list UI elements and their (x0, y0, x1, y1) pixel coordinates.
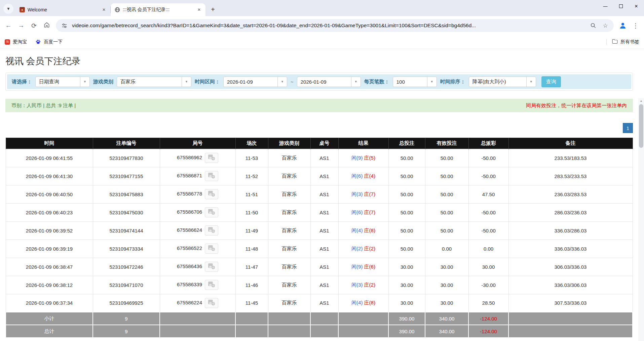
note-cell: 236.03/283.53 (508, 185, 633, 203)
valid-bet-cell: 0.00 (425, 240, 468, 258)
payout-cell: -30.00 (468, 276, 508, 294)
page-scrollbar[interactable]: ▲ (638, 98, 644, 341)
footer-empty-cell (160, 325, 235, 338)
column-header: 游戏类别 (268, 138, 310, 149)
back-button[interactable]: ← (3, 20, 14, 31)
per-page-select[interactable]: 100 ▼ (393, 77, 437, 87)
table-number-cell: AS1 (310, 294, 338, 312)
table-row: 2026-01-09 06:41:55523109477830675586962… (6, 149, 633, 167)
round-number-cell: 675586339 (160, 276, 235, 294)
date-start-select[interactable]: 2026-01-09 ▼ (223, 77, 287, 87)
globe-icon (115, 7, 120, 12)
bookmark-baidu[interactable]: 百度一下 (36, 39, 63, 45)
payout-cell: 0.00 (468, 240, 508, 258)
maximize-button[interactable] (613, 0, 629, 12)
query-type-value: 日期查询 (36, 79, 80, 85)
video-replay-button[interactable] (205, 189, 218, 199)
round-number: 675586224 (177, 300, 202, 305)
video-replay-button[interactable] (205, 298, 218, 308)
video-replay-button[interactable] (205, 280, 218, 290)
video-replay-button[interactable] (205, 153, 218, 163)
date-end-select[interactable]: 2026-01-09 ▼ (297, 77, 361, 87)
video-icon (208, 209, 215, 216)
video-replay-button[interactable] (205, 207, 218, 217)
video-replay-button[interactable] (205, 262, 218, 272)
table-row: 2026-01-09 06:39:52523109474144675586624… (6, 221, 633, 240)
game-kind-cell: 百家乐 (268, 221, 310, 240)
footer-empty-cell (338, 325, 388, 338)
table-row: 2026-01-09 06:40:23523109475030675586706… (6, 203, 633, 221)
game-kind-cell: 百家乐 (268, 203, 310, 221)
result-banker: 庄(5) (363, 155, 375, 161)
video-replay-button[interactable] (205, 225, 218, 236)
scroll-up-icon[interactable]: ▲ (638, 98, 644, 104)
note-cell: 306.03/336.03 (508, 258, 633, 276)
session-cell: 11-51 (235, 185, 268, 203)
query-type-select[interactable]: 日期查询 ▼ (35, 77, 90, 87)
game-kind-cell: 百家乐 (268, 149, 310, 167)
column-header: 局号 (160, 138, 235, 149)
close-icon[interactable]: ✕ (101, 7, 107, 13)
all-bookmarks-button[interactable]: 所有书签 (606, 39, 639, 45)
bookmarks-bar: 淘 爱淘宝 百度一下 所有书签 (0, 35, 644, 49)
bookmark-aitaobao[interactable]: 淘 爱淘宝 (5, 39, 27, 45)
valid-bet-cell: 50.00 (425, 221, 468, 240)
page-title: 视讯 会员下注纪录 (5, 49, 633, 67)
footer-empty-cell (508, 312, 633, 325)
tab-welcome[interactable]: ♠ Welcome ✕ (15, 3, 110, 16)
search-button[interactable]: 查询 (541, 76, 561, 87)
date-range-label: 时间区间： (195, 79, 220, 85)
game-kind-select[interactable]: 百家乐 ▼ (117, 77, 191, 87)
home-button[interactable] (41, 20, 52, 31)
close-window-button[interactable]: ✕ (629, 0, 644, 12)
site-settings-icon[interactable] (60, 21, 69, 30)
browser-menu-button[interactable]: ⋮ (630, 20, 641, 31)
result-cell: 闲(4) 庄(8) (338, 294, 388, 312)
table-number-cell: AS1 (310, 258, 338, 276)
time-cell: 2026-01-09 06:41:30 (6, 167, 93, 185)
close-icon[interactable]: ✕ (196, 7, 202, 13)
round-number-cell: 675586871 (160, 167, 235, 185)
result-banker: 庄(8) (363, 227, 375, 233)
reload-button[interactable]: ⟳ (28, 20, 40, 31)
total-bet-cell: 30.00 (388, 276, 425, 294)
tab-search-button[interactable]: ▼ (3, 4, 13, 14)
total-bet-cell: 50.00 (388, 149, 425, 167)
browser-tab-bar: ▼ ♠ Welcome ✕ :::视讯 会员下注纪录::: ✕ + — ✕ (0, 0, 644, 16)
scrollbar-thumb[interactable] (639, 104, 643, 148)
round-number: 675586339 (177, 282, 202, 287)
column-header: 总派彩 (468, 138, 508, 149)
result-cell: 闲(9) 庄(6) (338, 258, 388, 276)
tab-bet-records[interactable]: :::视讯 会员下注纪录::: ✕ (111, 3, 205, 16)
valid-bet-cell: 30.00 (425, 294, 468, 312)
video-replay-button[interactable] (205, 244, 218, 254)
profile-avatar[interactable] (617, 20, 629, 31)
zoom-icon[interactable] (589, 21, 598, 30)
video-icon (208, 245, 215, 252)
table-body: 2026-01-09 06:41:55523109477830675586962… (6, 149, 633, 312)
grandtotal-row: 总计9390.00340.00-124.00 (6, 325, 633, 338)
new-tab-button[interactable]: + (208, 5, 218, 14)
url-text[interactable]: videoie.com/game/betrecord_search/kind3?… (72, 23, 585, 29)
page-1-button[interactable]: 1 (623, 123, 633, 133)
bookmark-label: 爱淘宝 (13, 39, 27, 45)
round-number: 675586624 (177, 227, 202, 233)
forward-button[interactable]: → (15, 20, 27, 31)
footer-count-cell: 9 (93, 325, 160, 338)
person-icon (619, 22, 627, 30)
payout-cell: -50.00 (468, 221, 508, 240)
address-bar[interactable]: videoie.com/game/betrecord_search/kind3?… (56, 19, 614, 32)
round-number: 675586436 (177, 263, 202, 269)
video-replay-button[interactable] (205, 171, 218, 181)
minimize-button[interactable]: — (598, 0, 613, 12)
date-end-value: 2026-01-09 (297, 79, 351, 85)
video-icon (208, 227, 215, 234)
sort-select[interactable]: 降幂(由大到小) ▼ (469, 77, 536, 87)
bookmark-star-icon[interactable]: ☆ (601, 21, 610, 30)
chevron-down-icon: ▼ (80, 77, 89, 87)
baidu-paw-icon (36, 39, 41, 45)
all-bookmarks-label: 所有书签 (620, 39, 639, 45)
valid-bet-cell: 50.00 (425, 167, 468, 185)
filter-bar: 请选择： 日期查询 ▼ 游戏类别 百家乐 ▼ 时间区间： 2026-01-09 … (7, 74, 631, 89)
table-number-cell: AS1 (310, 276, 338, 294)
